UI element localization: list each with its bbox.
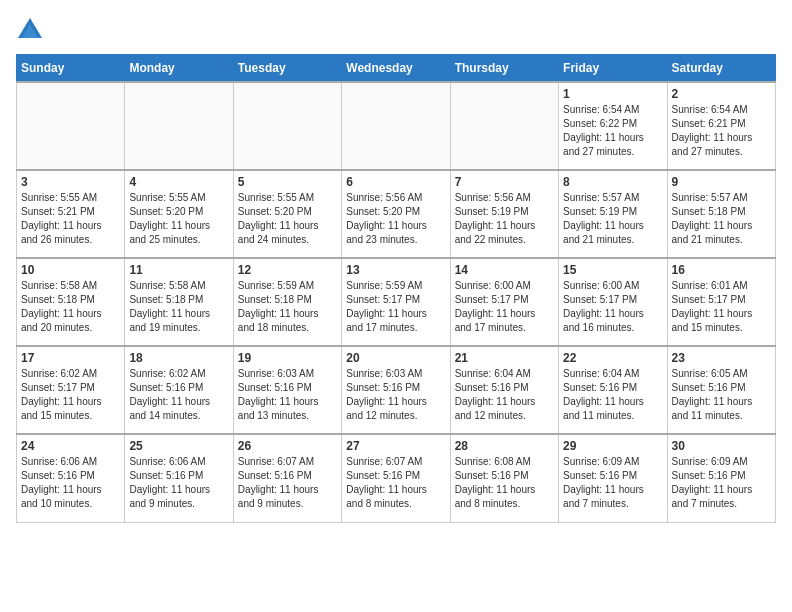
day-number: 27 bbox=[346, 439, 445, 453]
calendar-cell bbox=[125, 82, 233, 170]
day-info: Sunrise: 6:07 AM Sunset: 5:16 PM Dayligh… bbox=[346, 455, 445, 511]
calendar-cell: 5Sunrise: 5:55 AM Sunset: 5:20 PM Daylig… bbox=[233, 170, 341, 258]
calendar-cell: 20Sunrise: 6:03 AM Sunset: 5:16 PM Dayli… bbox=[342, 346, 450, 434]
day-info: Sunrise: 6:03 AM Sunset: 5:16 PM Dayligh… bbox=[346, 367, 445, 423]
day-number: 24 bbox=[21, 439, 120, 453]
weekday-header-friday: Friday bbox=[559, 55, 667, 83]
day-number: 1 bbox=[563, 87, 662, 101]
day-info: Sunrise: 5:55 AM Sunset: 5:20 PM Dayligh… bbox=[238, 191, 337, 247]
day-number: 30 bbox=[672, 439, 771, 453]
day-info: Sunrise: 6:09 AM Sunset: 5:16 PM Dayligh… bbox=[672, 455, 771, 511]
calendar-cell: 3Sunrise: 5:55 AM Sunset: 5:21 PM Daylig… bbox=[17, 170, 125, 258]
day-number: 28 bbox=[455, 439, 554, 453]
day-number: 3 bbox=[21, 175, 120, 189]
calendar-cell: 14Sunrise: 6:00 AM Sunset: 5:17 PM Dayli… bbox=[450, 258, 558, 346]
day-info: Sunrise: 6:00 AM Sunset: 5:17 PM Dayligh… bbox=[455, 279, 554, 335]
day-info: Sunrise: 5:57 AM Sunset: 5:18 PM Dayligh… bbox=[672, 191, 771, 247]
calendar-cell: 9Sunrise: 5:57 AM Sunset: 5:18 PM Daylig… bbox=[667, 170, 775, 258]
day-info: Sunrise: 5:58 AM Sunset: 5:18 PM Dayligh… bbox=[129, 279, 228, 335]
calendar-cell bbox=[450, 82, 558, 170]
day-info: Sunrise: 5:59 AM Sunset: 5:17 PM Dayligh… bbox=[346, 279, 445, 335]
day-number: 11 bbox=[129, 263, 228, 277]
day-info: Sunrise: 6:01 AM Sunset: 5:17 PM Dayligh… bbox=[672, 279, 771, 335]
day-info: Sunrise: 5:56 AM Sunset: 5:19 PM Dayligh… bbox=[455, 191, 554, 247]
calendar-cell: 19Sunrise: 6:03 AM Sunset: 5:16 PM Dayli… bbox=[233, 346, 341, 434]
page-header bbox=[16, 16, 776, 44]
calendar-cell: 28Sunrise: 6:08 AM Sunset: 5:16 PM Dayli… bbox=[450, 434, 558, 522]
calendar-cell: 2Sunrise: 6:54 AM Sunset: 6:21 PM Daylig… bbox=[667, 82, 775, 170]
day-number: 10 bbox=[21, 263, 120, 277]
calendar-cell bbox=[233, 82, 341, 170]
day-number: 25 bbox=[129, 439, 228, 453]
day-info: Sunrise: 6:03 AM Sunset: 5:16 PM Dayligh… bbox=[238, 367, 337, 423]
day-number: 22 bbox=[563, 351, 662, 365]
calendar-cell: 18Sunrise: 6:02 AM Sunset: 5:16 PM Dayli… bbox=[125, 346, 233, 434]
calendar-cell bbox=[342, 82, 450, 170]
calendar-cell: 24Sunrise: 6:06 AM Sunset: 5:16 PM Dayli… bbox=[17, 434, 125, 522]
week-row-5: 24Sunrise: 6:06 AM Sunset: 5:16 PM Dayli… bbox=[17, 434, 776, 522]
day-info: Sunrise: 6:05 AM Sunset: 5:16 PM Dayligh… bbox=[672, 367, 771, 423]
weekday-header-wednesday: Wednesday bbox=[342, 55, 450, 83]
day-info: Sunrise: 6:07 AM Sunset: 5:16 PM Dayligh… bbox=[238, 455, 337, 511]
day-info: Sunrise: 5:55 AM Sunset: 5:21 PM Dayligh… bbox=[21, 191, 120, 247]
day-number: 19 bbox=[238, 351, 337, 365]
day-info: Sunrise: 6:08 AM Sunset: 5:16 PM Dayligh… bbox=[455, 455, 554, 511]
day-number: 21 bbox=[455, 351, 554, 365]
day-info: Sunrise: 6:54 AM Sunset: 6:21 PM Dayligh… bbox=[672, 103, 771, 159]
day-number: 6 bbox=[346, 175, 445, 189]
logo bbox=[16, 16, 48, 44]
day-info: Sunrise: 5:55 AM Sunset: 5:20 PM Dayligh… bbox=[129, 191, 228, 247]
calendar-cell: 30Sunrise: 6:09 AM Sunset: 5:16 PM Dayli… bbox=[667, 434, 775, 522]
day-number: 5 bbox=[238, 175, 337, 189]
day-number: 8 bbox=[563, 175, 662, 189]
weekday-header-row: SundayMondayTuesdayWednesdayThursdayFrid… bbox=[17, 55, 776, 83]
calendar-table: SundayMondayTuesdayWednesdayThursdayFrid… bbox=[16, 54, 776, 523]
day-number: 7 bbox=[455, 175, 554, 189]
calendar-cell: 23Sunrise: 6:05 AM Sunset: 5:16 PM Dayli… bbox=[667, 346, 775, 434]
calendar-cell: 1Sunrise: 6:54 AM Sunset: 6:22 PM Daylig… bbox=[559, 82, 667, 170]
calendar-cell: 11Sunrise: 5:58 AM Sunset: 5:18 PM Dayli… bbox=[125, 258, 233, 346]
calendar-cell: 8Sunrise: 5:57 AM Sunset: 5:19 PM Daylig… bbox=[559, 170, 667, 258]
week-row-2: 3Sunrise: 5:55 AM Sunset: 5:21 PM Daylig… bbox=[17, 170, 776, 258]
logo-icon bbox=[16, 16, 44, 44]
weekday-header-saturday: Saturday bbox=[667, 55, 775, 83]
day-info: Sunrise: 6:06 AM Sunset: 5:16 PM Dayligh… bbox=[129, 455, 228, 511]
day-number: 12 bbox=[238, 263, 337, 277]
calendar-cell: 10Sunrise: 5:58 AM Sunset: 5:18 PM Dayli… bbox=[17, 258, 125, 346]
calendar-cell: 7Sunrise: 5:56 AM Sunset: 5:19 PM Daylig… bbox=[450, 170, 558, 258]
day-number: 17 bbox=[21, 351, 120, 365]
week-row-1: 1Sunrise: 6:54 AM Sunset: 6:22 PM Daylig… bbox=[17, 82, 776, 170]
weekday-header-thursday: Thursday bbox=[450, 55, 558, 83]
day-info: Sunrise: 6:02 AM Sunset: 5:16 PM Dayligh… bbox=[129, 367, 228, 423]
day-info: Sunrise: 6:54 AM Sunset: 6:22 PM Dayligh… bbox=[563, 103, 662, 159]
day-number: 4 bbox=[129, 175, 228, 189]
calendar-cell: 12Sunrise: 5:59 AM Sunset: 5:18 PM Dayli… bbox=[233, 258, 341, 346]
calendar-cell: 25Sunrise: 6:06 AM Sunset: 5:16 PM Dayli… bbox=[125, 434, 233, 522]
calendar-cell: 4Sunrise: 5:55 AM Sunset: 5:20 PM Daylig… bbox=[125, 170, 233, 258]
calendar-body: 1Sunrise: 6:54 AM Sunset: 6:22 PM Daylig… bbox=[17, 82, 776, 522]
day-info: Sunrise: 5:56 AM Sunset: 5:20 PM Dayligh… bbox=[346, 191, 445, 247]
day-number: 29 bbox=[563, 439, 662, 453]
day-number: 15 bbox=[563, 263, 662, 277]
calendar-cell: 13Sunrise: 5:59 AM Sunset: 5:17 PM Dayli… bbox=[342, 258, 450, 346]
day-info: Sunrise: 6:04 AM Sunset: 5:16 PM Dayligh… bbox=[455, 367, 554, 423]
calendar-cell: 27Sunrise: 6:07 AM Sunset: 5:16 PM Dayli… bbox=[342, 434, 450, 522]
calendar-cell: 15Sunrise: 6:00 AM Sunset: 5:17 PM Dayli… bbox=[559, 258, 667, 346]
day-info: Sunrise: 6:00 AM Sunset: 5:17 PM Dayligh… bbox=[563, 279, 662, 335]
day-number: 16 bbox=[672, 263, 771, 277]
day-info: Sunrise: 5:57 AM Sunset: 5:19 PM Dayligh… bbox=[563, 191, 662, 247]
calendar-header: SundayMondayTuesdayWednesdayThursdayFrid… bbox=[17, 55, 776, 83]
day-number: 13 bbox=[346, 263, 445, 277]
calendar-cell: 22Sunrise: 6:04 AM Sunset: 5:16 PM Dayli… bbox=[559, 346, 667, 434]
calendar-cell: 6Sunrise: 5:56 AM Sunset: 5:20 PM Daylig… bbox=[342, 170, 450, 258]
day-number: 18 bbox=[129, 351, 228, 365]
weekday-header-tuesday: Tuesday bbox=[233, 55, 341, 83]
calendar-cell: 21Sunrise: 6:04 AM Sunset: 5:16 PM Dayli… bbox=[450, 346, 558, 434]
day-number: 14 bbox=[455, 263, 554, 277]
day-number: 23 bbox=[672, 351, 771, 365]
week-row-3: 10Sunrise: 5:58 AM Sunset: 5:18 PM Dayli… bbox=[17, 258, 776, 346]
week-row-4: 17Sunrise: 6:02 AM Sunset: 5:17 PM Dayli… bbox=[17, 346, 776, 434]
day-info: Sunrise: 5:58 AM Sunset: 5:18 PM Dayligh… bbox=[21, 279, 120, 335]
calendar-cell bbox=[17, 82, 125, 170]
day-info: Sunrise: 6:06 AM Sunset: 5:16 PM Dayligh… bbox=[21, 455, 120, 511]
